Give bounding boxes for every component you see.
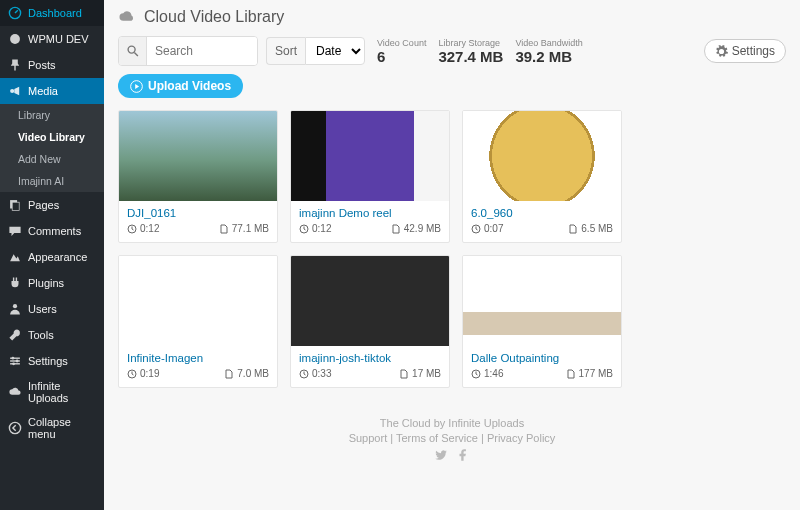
video-size: 7.0 MB bbox=[224, 368, 269, 379]
video-card[interactable]: Dalle Outpainting1:46177 MB bbox=[462, 255, 622, 388]
sidebar-item-infinite-uploads[interactable]: Infinite Uploads bbox=[0, 374, 104, 410]
video-duration: 0:12 bbox=[299, 223, 331, 234]
appearance-icon bbox=[8, 250, 22, 264]
sidebar-sub-add-new[interactable]: Add New bbox=[0, 148, 104, 170]
stat-label: Library Storage bbox=[438, 38, 503, 48]
svg-rect-4 bbox=[12, 202, 19, 210]
svg-point-2 bbox=[10, 89, 14, 93]
clock-icon bbox=[471, 224, 481, 234]
sidebar-item-media[interactable]: Media bbox=[0, 78, 104, 104]
footer-tagline: The Cloud by Infinite Uploads bbox=[118, 417, 786, 429]
sidebar-item-label: Media bbox=[28, 85, 58, 97]
cloud-icon bbox=[8, 385, 22, 399]
video-title: Infinite-Imagen bbox=[127, 352, 269, 364]
video-size: 77.1 MB bbox=[219, 223, 269, 234]
video-duration: 1:46 bbox=[471, 368, 503, 379]
footer-link[interactable]: Privacy Policy bbox=[487, 432, 555, 444]
clock-icon bbox=[127, 224, 137, 234]
sidebar-item-plugins[interactable]: Plugins bbox=[0, 270, 104, 296]
stat-library-storage: Library Storage 327.4 MB bbox=[438, 38, 503, 65]
upload-button-label: Upload Videos bbox=[148, 79, 231, 93]
sidebar-item-wpmudev[interactable]: WPMU DEV bbox=[0, 26, 104, 52]
tools-icon bbox=[8, 328, 22, 342]
sidebar-collapse[interactable]: Collapse menu bbox=[0, 410, 104, 446]
svg-point-1 bbox=[10, 34, 20, 44]
stat-video-count: Video Count 6 bbox=[377, 38, 426, 65]
stat-value: 39.2 MB bbox=[515, 48, 582, 65]
settings-button[interactable]: Settings bbox=[704, 39, 786, 63]
facebook-icon[interactable] bbox=[456, 448, 470, 462]
pin-icon bbox=[8, 58, 22, 72]
sidebar-item-users[interactable]: Users bbox=[0, 296, 104, 322]
sidebar-item-comments[interactable]: Comments bbox=[0, 218, 104, 244]
video-title: imajinn-josh-tiktok bbox=[299, 352, 441, 364]
page-footer: The Cloud by Infinite UploadsSupport | T… bbox=[118, 400, 786, 480]
video-title: Dalle Outpainting bbox=[471, 352, 613, 364]
sidebar-item-label: Dashboard bbox=[28, 7, 82, 19]
clock-icon bbox=[127, 369, 137, 379]
search-input[interactable] bbox=[147, 37, 257, 65]
twitter-icon[interactable] bbox=[434, 448, 448, 462]
footer-link[interactable]: Support bbox=[349, 432, 388, 444]
sort-label: Sort bbox=[266, 37, 305, 65]
sidebar-sub-imajinn[interactable]: Imajinn AI bbox=[0, 170, 104, 192]
video-thumbnail bbox=[291, 111, 449, 201]
clock-icon bbox=[471, 369, 481, 379]
dashboard-icon bbox=[8, 6, 22, 20]
video-duration: 0:12 bbox=[127, 223, 159, 234]
stat-value: 327.4 MB bbox=[438, 48, 503, 65]
sort-select[interactable]: Date bbox=[305, 37, 365, 65]
wpmudev-icon bbox=[8, 32, 22, 46]
video-thumbnail bbox=[463, 256, 621, 346]
svg-point-9 bbox=[12, 357, 15, 360]
video-card[interactable]: 6.0_9600:076.5 MB bbox=[462, 110, 622, 243]
video-title: DJI_0161 bbox=[127, 207, 269, 219]
users-icon bbox=[8, 302, 22, 316]
svg-point-13 bbox=[128, 46, 135, 53]
admin-sidebar: Dashboard WPMU DEV Posts Media Library V… bbox=[0, 0, 104, 510]
sidebar-item-posts[interactable]: Posts bbox=[0, 52, 104, 78]
sidebar-item-dashboard[interactable]: Dashboard bbox=[0, 0, 104, 26]
plugins-icon bbox=[8, 276, 22, 290]
stat-label: Video Count bbox=[377, 38, 426, 48]
settings-button-label: Settings bbox=[732, 44, 775, 58]
play-icon bbox=[130, 80, 143, 93]
main-content: Cloud Video Library Sort Date Video Coun… bbox=[104, 0, 800, 510]
video-size: 6.5 MB bbox=[568, 223, 613, 234]
pages-icon bbox=[8, 198, 22, 212]
video-card[interactable]: imajinn Demo reel0:1242.9 MB bbox=[290, 110, 450, 243]
video-title: imajinn Demo reel bbox=[299, 207, 441, 219]
comments-icon bbox=[8, 224, 22, 238]
video-duration: 0:19 bbox=[127, 368, 159, 379]
video-card[interactable]: Infinite-Imagen0:197.0 MB bbox=[118, 255, 278, 388]
svg-point-10 bbox=[16, 360, 19, 363]
sidebar-item-label: Comments bbox=[28, 225, 81, 237]
sidebar-item-tools[interactable]: Tools bbox=[0, 322, 104, 348]
sidebar-sub-video-library[interactable]: Video Library bbox=[0, 126, 104, 148]
video-card[interactable]: DJI_01610:1277.1 MB bbox=[118, 110, 278, 243]
settings-icon bbox=[8, 354, 22, 368]
clock-icon bbox=[299, 369, 309, 379]
video-title: 6.0_960 bbox=[471, 207, 613, 219]
page-title: Cloud Video Library bbox=[144, 8, 284, 26]
collapse-icon bbox=[8, 421, 22, 435]
sidebar-sub-library[interactable]: Library bbox=[0, 104, 104, 126]
page-header: Cloud Video Library bbox=[104, 0, 800, 30]
video-card[interactable]: imajinn-josh-tiktok0:3317 MB bbox=[290, 255, 450, 388]
file-icon bbox=[224, 369, 234, 379]
sidebar-item-settings[interactable]: Settings bbox=[0, 348, 104, 374]
file-icon bbox=[219, 224, 229, 234]
clock-icon bbox=[299, 224, 309, 234]
upload-button[interactable]: Upload Videos bbox=[118, 74, 243, 98]
sidebar-item-pages[interactable]: Pages bbox=[0, 192, 104, 218]
video-thumbnail bbox=[291, 256, 449, 346]
footer-link[interactable]: Terms of Service bbox=[396, 432, 478, 444]
video-size: 17 MB bbox=[399, 368, 441, 379]
sidebar-item-appearance[interactable]: Appearance bbox=[0, 244, 104, 270]
search-icon[interactable] bbox=[119, 37, 147, 65]
file-icon bbox=[568, 224, 578, 234]
sidebar-media-submenu: Library Video Library Add New Imajinn AI bbox=[0, 104, 104, 192]
file-icon bbox=[566, 369, 576, 379]
toolbar: Sort Date Video Count 6 Library Storage … bbox=[104, 30, 800, 110]
video-thumbnail bbox=[463, 111, 621, 201]
